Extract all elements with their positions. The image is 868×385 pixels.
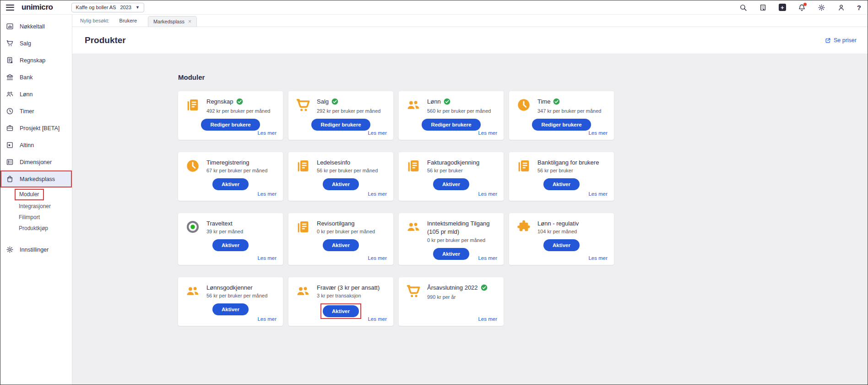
les-mer-link[interactable]: Les mer	[478, 191, 497, 197]
activated-check-icon	[444, 98, 450, 107]
les-mer-link[interactable]: Les mer	[588, 191, 608, 197]
document-icon	[184, 97, 201, 114]
clock-icon	[515, 97, 532, 114]
add-icon[interactable]: +	[779, 4, 786, 11]
sidebar-item-salg[interactable]: Salg	[0, 35, 72, 52]
les-mer-link[interactable]: Les mer	[368, 191, 387, 197]
sidebar-item-regnskap[interactable]: Regnskap	[0, 52, 72, 69]
les-mer-link[interactable]: Les mer	[588, 255, 608, 261]
sidebar-item-label: Innstillinger	[20, 247, 49, 253]
sidebar-item-innstillinger[interactable]: Innstillinger	[0, 241, 72, 258]
settings-gear-icon[interactable]	[818, 4, 825, 11]
module-price: 0 kr per bruker per måned	[427, 237, 497, 243]
notifications-bell-icon[interactable]	[798, 4, 806, 11]
les-mer-link[interactable]: Les mer	[368, 316, 387, 322]
briefcase-icon	[6, 124, 14, 132]
document-icon	[405, 158, 422, 173]
module-card-traveltext: Traveltext 39 kr per måned Aktiver Les m…	[178, 213, 283, 265]
module-card-ledelsesinfo: Ledelsesinfo 56 kr per bruker per måned …	[288, 152, 393, 201]
aktiver-button[interactable]: Aktiver	[212, 303, 249, 315]
bar-chart-icon	[6, 22, 14, 30]
aktiver-button[interactable]: Aktiver	[323, 239, 359, 251]
aktiver-button[interactable]: Aktiver	[543, 178, 580, 190]
help-icon[interactable]: ?	[857, 4, 861, 11]
aktiver-button[interactable]: Aktiver	[433, 178, 469, 190]
sidebar-item-label: Timer	[20, 108, 34, 115]
aktiver-button[interactable]: Aktiver	[212, 239, 249, 251]
module-card-lonn: Lønn 560 kr per bruker per måned Rediger…	[399, 91, 504, 140]
se-priser-link[interactable]: Se priser	[825, 37, 857, 44]
hamburger-menu-icon[interactable]	[6, 5, 14, 11]
les-mer-link[interactable]: Les mer	[368, 255, 387, 261]
company-name: Kaffe og boller AS	[76, 5, 116, 10]
rediger-brukere-button[interactable]: Rediger brukere	[422, 119, 480, 131]
company-switch-icon[interactable]	[759, 4, 767, 11]
sidebar-item-prosjekt[interactable]: Prosjekt [BETA]	[0, 120, 72, 137]
les-mer-link[interactable]: Les mer	[257, 316, 277, 322]
submenu-item-moduler[interactable]: Moduler	[15, 189, 44, 200]
sidebar-item-label: Salg	[20, 40, 31, 47]
les-mer-link[interactable]: Les mer	[478, 316, 497, 322]
tab-markedsplass[interactable]: Markedsplass ×	[148, 16, 197, 27]
sidebar-item-label: Markedsplass	[20, 176, 55, 182]
section-title: Moduler	[178, 73, 857, 81]
submenu-item-integrasjoner[interactable]: Integrasjoner	[19, 201, 72, 212]
document-icon	[515, 158, 532, 173]
rediger-brukere-button[interactable]: Rediger brukere	[201, 119, 260, 131]
sidebar-item-label: Bank	[20, 74, 33, 81]
module-card-grid: Regnskap 492 kr per bruker per måned Red…	[178, 91, 857, 326]
people-icon	[405, 97, 422, 114]
module-price: 560 kr per bruker per måned	[427, 108, 497, 114]
highlight-box: Aktiver	[320, 303, 361, 319]
tab-brukere[interactable]: Brukere	[119, 18, 137, 27]
chevron-down-icon: ▼	[136, 5, 140, 10]
module-price: 104 kr per måned	[537, 229, 608, 234]
rediger-brukere-button[interactable]: Rediger brukere	[532, 119, 591, 131]
module-price: 56 kr per bruker	[427, 168, 497, 173]
search-icon[interactable]	[739, 4, 747, 11]
submenu-item-filimport[interactable]: Filimport	[19, 212, 72, 223]
les-mer-link[interactable]: Les mer	[588, 130, 608, 136]
module-card-time: Time 347 kr per bruker per måned Rediger…	[509, 91, 614, 140]
puzzle-icon	[515, 219, 532, 234]
sidebar-item-lonn[interactable]: Lønn	[0, 86, 72, 103]
sidebar-item-altinn[interactable]: Altinn	[0, 137, 72, 154]
module-card-lonnsgodkjenner: Lønnsgodkjenner 56 kr per bruker per mån…	[178, 277, 283, 326]
sidebar-item-markedsplass[interactable]: Markedsplass	[0, 170, 72, 187]
les-mer-link[interactable]: Les mer	[257, 191, 277, 197]
module-price: 39 kr per måned	[206, 229, 277, 234]
rediger-brukere-button[interactable]: Rediger brukere	[311, 119, 370, 131]
aktiver-button-highlighted[interactable]: Aktiver	[323, 305, 359, 317]
sidebar-item-timer[interactable]: Timer	[0, 103, 72, 120]
tab-label: Markedsplass	[153, 19, 184, 24]
les-mer-link[interactable]: Les mer	[257, 130, 277, 136]
sidebar-item-bank[interactable]: Bank	[0, 69, 72, 86]
sidebar-item-dimensjoner[interactable]: Dimensjoner	[0, 154, 72, 170]
people-icon	[405, 219, 422, 243]
module-title: Traveltext	[206, 220, 233, 227]
aktiver-button[interactable]: Aktiver	[212, 178, 249, 190]
document-icon	[6, 56, 14, 64]
company-selector[interactable]: Kaffe og boller AS 2023 ▼	[71, 3, 144, 12]
user-icon[interactable]	[837, 4, 845, 11]
close-icon[interactable]: ×	[188, 18, 191, 25]
sidebar-item-nokkeltall[interactable]: Nøkkeltall	[0, 18, 72, 35]
module-price: 67 kr per bruker per måned	[206, 168, 277, 173]
les-mer-link[interactable]: Les mer	[478, 255, 497, 261]
aktiver-button[interactable]: Aktiver	[323, 178, 359, 190]
module-title: Ledelsesinfo	[317, 159, 350, 166]
submenu-item-produktkjop[interactable]: Produktkjøp	[19, 223, 72, 234]
module-price: 56 kr per bruker per måned	[317, 168, 387, 173]
les-mer-link[interactable]: Les mer	[257, 255, 277, 261]
module-card-inntektsmelding: Inntektsmelding Tilgang (105 pr mld) 0 k…	[399, 213, 504, 265]
aktiver-button[interactable]: Aktiver	[543, 239, 580, 251]
module-card-timeregistrering: Timeregistrering 67 kr per bruker per må…	[178, 152, 283, 201]
les-mer-link[interactable]: Les mer	[478, 130, 497, 136]
module-title: Fakturagodkjenning	[427, 159, 479, 166]
module-card-lonn-regulativ: Lønn - regulativ 104 kr per måned Aktive…	[509, 213, 614, 265]
aktiver-button[interactable]: Aktiver	[433, 248, 469, 260]
content-area: Moduler Regnskap 492 kr per bruker per m…	[72, 54, 868, 385]
les-mer-link[interactable]: Les mer	[368, 130, 387, 136]
recent-tabs-strip: Nylig besøkt: Brukere Markedsplass ×	[72, 15, 868, 27]
bank-icon	[6, 73, 14, 81]
